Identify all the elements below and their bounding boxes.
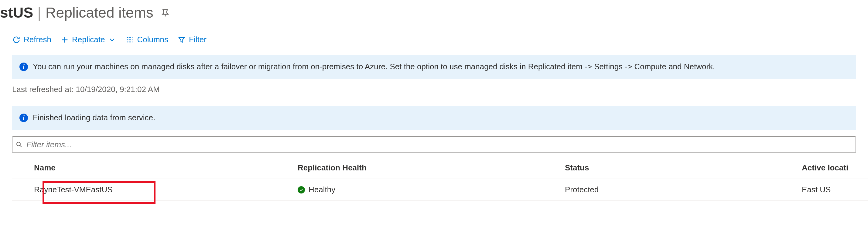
load-status-info: i Finished loading data from service. [12, 106, 856, 130]
replicated-items-table: Name Replication Health Status Active lo… [12, 156, 868, 201]
replicate-label: Replicate [72, 35, 105, 44]
managed-disks-info: i You can run your machines on managed d… [12, 55, 856, 79]
filter-label: Filter [189, 35, 207, 44]
title-divider: | [37, 4, 41, 21]
header-status[interactable]: Status [565, 163, 802, 173]
item-name-link[interactable]: RayneTest-VMEastUS [34, 185, 113, 194]
health-ok-icon [298, 186, 305, 193]
item-health: Healthy [309, 185, 335, 194]
pin-icon[interactable] [161, 8, 170, 18]
header-location[interactable]: Active locati [802, 163, 868, 173]
table-row[interactable]: RayneTest-VMEastUS Healthy Protected Eas… [12, 179, 868, 201]
page-title: Replicated items [45, 4, 153, 21]
refresh-icon [12, 35, 21, 44]
header-name[interactable]: Name [12, 163, 298, 173]
columns-label: Columns [137, 35, 168, 44]
last-refreshed-value: 10/19/2020, 9:21:02 AM [76, 85, 160, 94]
resource-name-suffix: stUS [0, 4, 33, 21]
refresh-label: Refresh [24, 35, 51, 44]
chevron-down-icon [108, 35, 116, 44]
filter-button[interactable]: Filter [177, 35, 207, 44]
item-status: Protected [565, 185, 802, 194]
info-icon: i [20, 114, 28, 122]
replicate-button[interactable]: Replicate [60, 35, 116, 44]
columns-icon [125, 35, 134, 44]
managed-disks-info-text: You can run your machines on managed dis… [33, 62, 715, 71]
item-location: East US [802, 185, 868, 194]
filter-items-box[interactable] [12, 136, 856, 153]
filter-icon [177, 35, 186, 44]
page-header: stUS | Replicated items [0, 0, 868, 24]
table-header-row: Name Replication Health Status Active lo… [12, 156, 868, 179]
last-refreshed-label: Last refreshed at: [12, 85, 73, 94]
command-bar: Refresh Replicate Columns Filter [0, 24, 868, 52]
columns-button[interactable]: Columns [125, 35, 168, 44]
last-refreshed: Last refreshed at: 10/19/2020, 9:21:02 A… [0, 79, 868, 103]
filter-items-input[interactable] [26, 140, 852, 150]
svg-point-0 [17, 142, 20, 146]
header-health[interactable]: Replication Health [298, 163, 565, 173]
load-status-text: Finished loading data from service. [33, 113, 155, 122]
search-icon [16, 141, 23, 148]
info-icon: i [20, 63, 28, 71]
plus-icon [60, 35, 69, 44]
refresh-button[interactable]: Refresh [12, 35, 51, 44]
